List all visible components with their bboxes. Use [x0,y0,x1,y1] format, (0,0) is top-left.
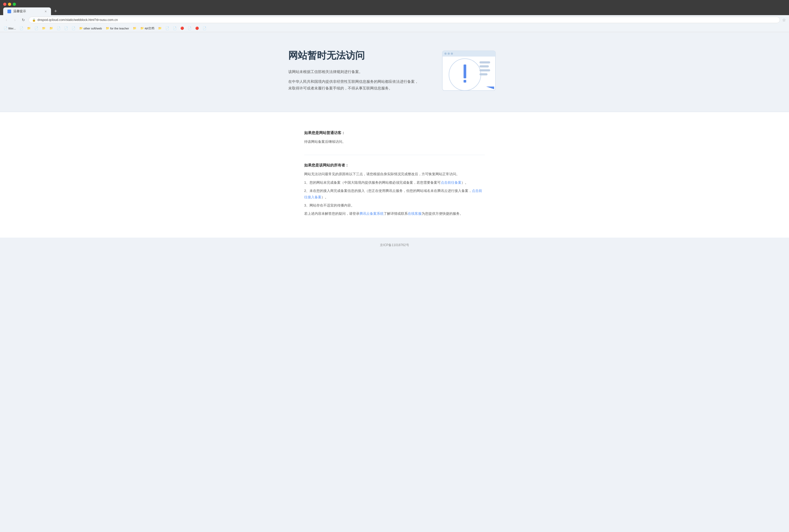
url-text: dnspod.qcloud.com/static/webblock.html?d… [37,18,118,22]
notice-mid: 了解详情或联系 [384,212,408,215]
tab-title: 温馨提示 [13,9,26,14]
bookmark-icon-16: 📄 [173,26,177,30]
owner-notice: 若上述内容未解答您的疑问，请登录腾讯云备案系统了解详情或联系在线客服为您提供方便… [304,210,485,216]
bookmark-icon-8: 📄 [64,26,68,30]
bookmark-folder-icon: 📄 [4,26,7,30]
owner-point2: 2、未在您的接入商完成备案信息的接入（您正在使用腾讯云服务，但您的网站域名未在腾… [304,188,485,200]
online-service-link[interactable]: 在线客服 [408,212,422,215]
svg-rect-9 [479,61,490,63]
bookmark-item-16[interactable]: 📄 [171,26,178,31]
bookmark-label-1: Wer... [8,27,16,30]
svg-rect-2 [442,54,495,57]
owner-point3: 3、网站存在不适宜的传播内容。 [304,202,485,208]
tab-close-button[interactable]: × [44,9,47,14]
traffic-lights [0,0,789,7]
owner-point2-pre: 2、未在您的接入商完成备案信息的接入（您正在使用腾讯云服务，但您的网站域名未在腾… [304,189,472,193]
notice-post: 为您提供方便快捷的服务。 [422,212,463,215]
bookmark-item-8[interactable]: 📄 [63,26,70,31]
page-footer: 京ICP备11018762号 [0,238,789,253]
svg-rect-8 [463,80,466,82]
svg-rect-7 [463,64,466,78]
bookmark-icon-19: 🔴 [195,26,199,30]
svg-rect-10 [479,65,489,68]
bookmark-item-other-soft[interactable]: 📁 other soft/web [77,26,104,31]
bookmarks-bar: 📄 Wer... 📄 📁 📄 📁 📁 📄 📄 📄 📁 other soft/we… [0,25,789,32]
owner-block: 如果您是该网站的所有者： 网站无法访问最常见的原因有以下三点，请您根据自身实际情… [304,155,485,227]
beian-system-link[interactable]: 腾讯云备案系统 [360,212,384,215]
bookmark-folder-icon-teacher: 📁 [106,26,109,30]
notice-pre: 若上述内容未解答您的疑问，请登录 [304,212,360,215]
info-section: 如果您是网站普通访客： 待该网站备案后继续访问。 如果您是该网站的所有者： 网站… [0,112,789,238]
owner-point1-post: ）。 [461,180,469,185]
forward-button[interactable]: › [12,17,18,23]
tab-bar: 温馨提示 × + [0,7,789,15]
bookmark-icon-9: 📄 [72,26,75,30]
info-container: 如果您是网站普通访客： 待该网站备案后继续访问。 如果您是该网站的所有者： 网站… [294,122,495,227]
tab-favicon [7,10,11,13]
bookmark-item-15[interactable]: 📄 [164,26,171,31]
bookmark-icon-18: 📄 [188,26,191,30]
browser-chrome: 温馨提示 × + [0,0,789,15]
lock-icon: 🔒 [32,18,36,22]
hero-text: 网站暂时无法访问 该网站未根据工信部相关法律规则进行备案。 在中华人民共和国境内… [288,49,421,95]
bookmark-label-api: api文档 [145,26,154,30]
bookmark-item-5[interactable]: 📁 [40,26,47,31]
bookmark-icon-3: 📁 [27,26,31,30]
bookmark-item-1[interactable]: 📄 Wer... [2,26,18,31]
bookmark-item-2[interactable]: 📄 [18,26,25,31]
hero-title: 网站暂时无法访问 [288,49,421,62]
close-button[interactable] [3,3,6,6]
bookmark-item-9[interactable]: 📄 [70,26,77,31]
address-bar-row: ‹ › ↻ 🔒 dnspod.qcloud.com/static/webbloc… [0,15,789,25]
bookmark-item-7[interactable]: 📄 [55,26,62,31]
address-bar[interactable]: 🔒 dnspod.qcloud.com/static/webblock.html… [29,17,780,23]
owner-point2-post: ）。 [322,195,328,199]
bookmark-star-button[interactable]: ☆ [782,18,786,23]
bookmark-icon-14: 📁 [158,26,162,30]
refresh-button[interactable]: ↻ [20,17,26,23]
svg-point-5 [451,53,453,55]
bookmark-item-for-teacher[interactable]: 📁 for the teacher [104,26,131,31]
bookmark-item-14[interactable]: 📁 [157,26,163,31]
svg-point-3 [444,53,446,55]
bookmark-icon-4: 📄 [35,26,38,30]
hero-section: 网站暂时无法访问 该网站未根据工信部相关法律规则进行备案。 在中华人民共和国境内… [0,32,789,112]
active-tab[interactable]: 温馨提示 × [3,7,51,15]
bookmark-label-teacher: for the teacher [110,27,129,30]
bookmark-item-20[interactable]: 📄 [201,26,208,31]
icp-number: 京ICP备11018762号 [380,243,409,247]
owner-intro: 网站无法访问最常见的原因有以下三点，请您根据自身实际情况完成整改后，方可恢复网站… [304,171,485,177]
bookmark-item-12[interactable]: 📁 [131,26,138,31]
owner-point1-pre: 1、您的网站未完成备案（中国大陆境内提供服务的网站都必须完成备案，若您需要备案可 [304,180,441,185]
block-illustration [437,48,501,96]
bookmark-item-api[interactable]: 📁 api文档 [139,26,156,31]
bookmark-item-19[interactable]: 🔴 [194,26,201,31]
new-tab-button[interactable]: + [52,8,59,14]
visitor-block: 如果您是网站普通访客： 待该网站备案后继续访问。 [304,122,485,155]
back-button[interactable]: ‹ [3,17,10,23]
bookmark-item-17[interactable]: 🔴 [179,26,186,31]
icp-link[interactable]: 点击前往备案 [441,180,461,185]
bookmark-item-4[interactable]: 📄 [33,26,40,31]
minimize-button[interactable] [8,3,11,6]
bookmark-item-3[interactable]: 📁 [25,26,32,31]
svg-rect-12 [479,73,488,75]
svg-rect-11 [479,69,490,71]
bookmark-folder-icon-other-soft: 📁 [79,26,83,30]
bookmark-item-6[interactable]: 📁 [48,26,55,31]
bookmark-icon-12: 📁 [133,26,136,30]
bookmark-label-other-soft: other soft/web [84,27,102,30]
visitor-heading: 如果您是网站普通访客： [304,131,485,135]
owner-heading: 如果您是该网站的所有者： [304,163,485,168]
page-content: 网站暂时无法访问 该网站未根据工信部相关法律规则进行备案。 在中华人民共和国境内… [0,32,789,532]
svg-point-4 [447,53,450,55]
hero-desc-2: 在中华人民共和国境内提供非经营性互联网信息服务的网站都应依法进行备案，未取得许可… [288,78,421,92]
hero-desc-1: 该网站未根据工信部相关法律规则进行备案。 [288,69,421,75]
bookmark-folder-icon-api: 📁 [140,26,144,30]
bookmark-icon-7: 📄 [57,26,60,30]
bookmark-icon-6: 📁 [50,26,53,30]
maximize-button[interactable] [13,3,16,6]
bookmark-item-18[interactable]: 📄 [186,26,193,31]
bookmark-icon-20: 📄 [203,26,206,30]
bookmark-icon-2: 📄 [20,26,23,30]
